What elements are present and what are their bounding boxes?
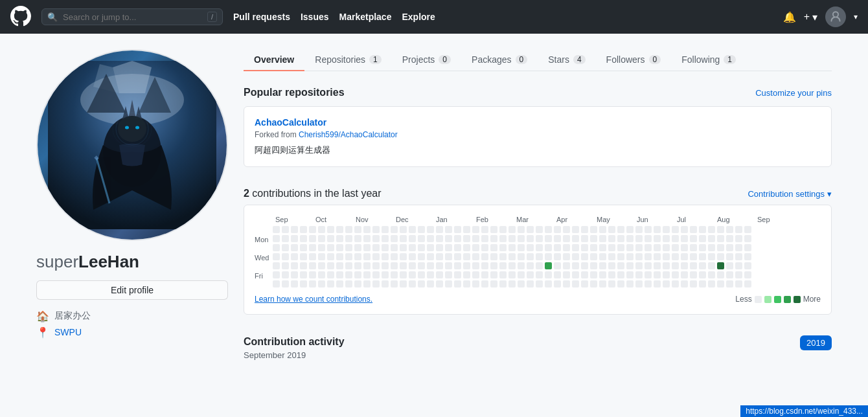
graph-cell-10-3: [363, 253, 371, 260]
graph-cell-12-6: [382, 280, 389, 287]
graph-day-labels: Mon Wed Fri: [255, 226, 269, 289]
fork-source-link[interactable]: Cherish599/AchaoCalculator: [299, 130, 398, 139]
graph-cell-14-1: [400, 235, 407, 242]
contribution-settings-button[interactable]: Contribution settings ▾: [748, 189, 832, 199]
svg-point-12: [135, 126, 139, 130]
github-logo[interactable]: [10, 6, 31, 28]
graph-cell-5-1: [318, 235, 325, 242]
navbar-links: Pull requests Issues Marketplace Explore: [233, 12, 773, 22]
graph-cell-10-0: [363, 226, 371, 233]
graph-cell-4-5: [309, 271, 316, 278]
graph-cell-41-0: [645, 226, 652, 233]
graph-cell-13-2: [391, 244, 398, 251]
graph-cell-39-0: [626, 226, 634, 233]
graph-week-50: [726, 226, 733, 289]
graph-cell-47-2: [699, 244, 706, 251]
graph-cell-44-4: [672, 262, 679, 269]
learn-contributions-link[interactable]: Learn how we count contributions.: [255, 295, 372, 304]
tab-projects[interactable]: Projects 0: [392, 49, 461, 71]
graph-cell-44-2: [672, 244, 679, 251]
profile-meta: 🏠 居家办公 📍 SWPU: [36, 310, 228, 339]
edit-profile-button[interactable]: Edit profile: [36, 280, 228, 300]
graph-cell-31-6: [554, 280, 561, 287]
graph-cell-32-2: [563, 244, 570, 251]
tab-following[interactable]: Following 1: [671, 49, 746, 71]
graph-cell-0-0: [273, 226, 280, 233]
graph-grid-container: [273, 226, 751, 289]
search-input[interactable]: [63, 12, 202, 22]
tab-followers[interactable]: Followers 0: [596, 49, 672, 71]
tab-repositories[interactable]: Repositories 1: [304, 49, 392, 71]
graph-cell-52-5: [744, 271, 751, 278]
legend-cell-1: [764, 296, 771, 303]
graph-cell-1-0: [282, 226, 289, 233]
graph-cell-10-1: [363, 235, 371, 242]
graph-cell-40-4: [635, 262, 643, 269]
graph-cell-25-3: [499, 253, 507, 260]
new-menu-button[interactable]: + ▾: [804, 11, 817, 23]
customize-pins-link[interactable]: Customize your pins: [755, 88, 832, 98]
graph-week-23: [481, 226, 488, 289]
graph-cell-29-1: [536, 235, 543, 242]
graph-cell-3-4: [300, 262, 307, 269]
graph-cell-33-5: [572, 271, 579, 278]
graph-week-26: [508, 226, 516, 289]
graph-cell-9-4: [354, 262, 361, 269]
graph-cell-10-5: [363, 271, 371, 278]
graph-cell-17-3: [427, 253, 434, 260]
graph-cell-15-6: [409, 280, 416, 287]
graph-cell-19-2: [445, 244, 452, 251]
tab-repositories-label: Repositories: [315, 54, 365, 65]
nav-explore[interactable]: Explore: [402, 12, 435, 22]
repo-card-0: AchaoCalculator Forked from Cherish599/A…: [244, 106, 832, 167]
graph-cell-16-3: [418, 253, 425, 260]
tab-packages[interactable]: Packages 0: [461, 49, 538, 71]
graph-cell-11-5: [372, 271, 380, 278]
graph-cell-41-4: [645, 262, 652, 269]
graph-cell-40-6: [635, 280, 643, 287]
search-icon: 🔍: [47, 12, 58, 22]
graph-cell-10-2: [363, 244, 371, 251]
nav-issues[interactable]: Issues: [301, 12, 329, 22]
graph-cell-25-4: [499, 262, 507, 269]
profile-avatar: [36, 49, 228, 241]
month-dec: Dec: [396, 216, 436, 223]
graph-cell-45-2: [681, 244, 688, 251]
location-link[interactable]: SWPU: [54, 327, 82, 337]
graph-cell-37-4: [608, 262, 615, 269]
graph-cell-30-3: [545, 253, 552, 260]
notifications-button[interactable]: 🔔: [783, 11, 796, 23]
activity-year-button[interactable]: 2019: [800, 335, 832, 350]
nav-marketplace[interactable]: Marketplace: [339, 12, 392, 22]
graph-cell-23-4: [481, 262, 488, 269]
graph-cell-20-2: [454, 244, 461, 251]
tab-stars[interactable]: Stars 4: [538, 49, 595, 71]
graph-cell-51-3: [735, 253, 742, 260]
graph-cell-32-3: [563, 253, 570, 260]
graph-cell-26-3: [508, 253, 516, 260]
graph-cell-34-6: [581, 280, 588, 287]
graph-cell-43-5: [663, 271, 670, 278]
graph-cell-0-4: [273, 262, 280, 269]
graph-cell-12-4: [382, 262, 389, 269]
graph-week-28: [527, 226, 534, 289]
graph-cell-26-0: [508, 226, 516, 233]
graph-week-18: [436, 226, 443, 289]
tab-overview[interactable]: Overview: [244, 49, 304, 71]
graph-cell-34-5: [581, 271, 588, 278]
graph-cell-7-5: [336, 271, 343, 278]
repo-name-link[interactable]: AchaoCalculator: [255, 117, 326, 128]
graph-cell-44-5: [672, 271, 679, 278]
user-avatar-button[interactable]: [825, 6, 846, 27]
graph-cell-46-5: [690, 271, 697, 278]
graph-cell-35-6: [590, 280, 597, 287]
sidebar: superLeeHan Edit profile 🏠 居家办公 📍 SWPU: [36, 49, 228, 365]
tab-projects-count: 0: [439, 55, 451, 64]
graph-cell-13-4: [391, 262, 398, 269]
graph-cell-12-3: [382, 253, 389, 260]
search-bar[interactable]: 🔍 /: [41, 8, 223, 25]
graph-cell-41-2: [645, 244, 652, 251]
nav-pull-requests[interactable]: Pull requests: [233, 12, 290, 22]
graph-cell-50-0: [726, 226, 733, 233]
graph-week-44: [672, 226, 679, 289]
